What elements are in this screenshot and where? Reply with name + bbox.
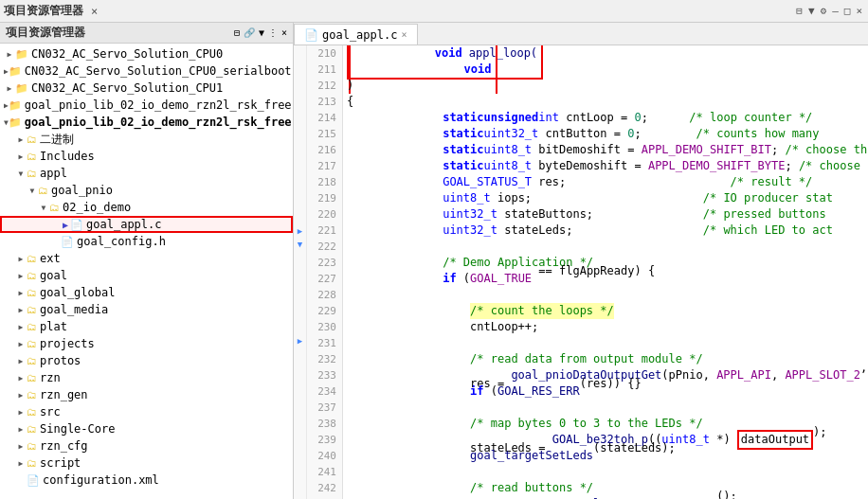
gutter-230 <box>294 279 306 294</box>
gutter-215 <box>294 115 306 129</box>
settings-icon[interactable]: ⚙ <box>821 5 827 17</box>
c-file-icon: 📄 <box>70 219 83 231</box>
tree-container[interactable]: 📁 CN032_AC_Servo_Solution_CPU0 📁 CN032_A… <box>0 44 293 499</box>
gutter-231 <box>294 293 306 307</box>
gutter-233 <box>294 320 306 334</box>
gutter-219 <box>294 169 306 184</box>
code-tab-goal-appl[interactable]: 📄 goal_appl.c × <box>294 24 418 45</box>
tree-item-cpu0-serial[interactable]: 📁 CN032_AC_Servo_Solution_CPU0_serialboo… <box>0 62 293 80</box>
tree-item-projects[interactable]: 🗂 projects <box>0 335 293 352</box>
tree-item-protos[interactable]: 🗂 protos <box>0 352 293 369</box>
folder-icon: 🗂 <box>27 304 37 316</box>
expand-arrow <box>15 391 27 400</box>
expand-arrow <box>15 152 27 161</box>
maximize-icon[interactable]: □ <box>844 5 851 17</box>
expand-arrow <box>15 340 27 348</box>
gutter-240 <box>294 389 306 403</box>
gutter-223: ▶ <box>294 224 306 239</box>
collapse-all-icon[interactable]: ⊟ <box>796 5 803 17</box>
gutter-246 <box>294 472 306 486</box>
expand-arrow <box>15 442 27 451</box>
tree-item-io-demo[interactable]: 🗂 02_io_demo <box>0 199 293 216</box>
tree-item-goal-config-h[interactable]: 📄 goal_config.h <box>0 233 293 250</box>
gutter-232 <box>294 307 306 321</box>
tree-item-rzn-gen[interactable]: 🗂 rzn_gen <box>0 386 293 403</box>
tree-item-goal-pnio[interactable]: 🗂 goal_pnio <box>0 182 293 199</box>
tree-label: rzn_cfg <box>40 439 88 453</box>
folder-icon: 🗂 <box>27 372 37 384</box>
toolbar-close[interactable]: × <box>91 5 98 18</box>
line-numbers: 210 211 212 213 214 215 216 217 218 219 … <box>307 45 343 499</box>
code-line-221: uint32_t stateLeds; /* which LED to act <box>347 223 864 239</box>
gutter-210 <box>294 45 306 60</box>
folder-icon: 🗂 <box>27 168 37 180</box>
gutter-218 <box>294 155 306 169</box>
tree-item-cpu1[interactable]: 📁 CN032_AC_Servo_Solution_CPU1 <box>0 80 293 97</box>
tree-item-plat[interactable]: 🗂 plat <box>0 318 293 335</box>
tree-item-pnio-freer[interactable]: 📁 goal_pnio_lib_02_io_demo_rzn2l_rsk_fre… <box>0 97 293 114</box>
tab-close-icon[interactable]: × <box>401 29 407 40</box>
tree-label: 二进制 <box>40 132 74 148</box>
folder-icon: 🗂 <box>27 355 37 367</box>
filter-icon[interactable]: ▼ <box>808 5 815 17</box>
folder-icon: 🗂 <box>27 440 37 453</box>
gutter-214 <box>294 100 306 115</box>
tree-item-goal-media[interactable]: 🗂 goal_media <box>0 301 293 318</box>
more-icon[interactable]: ⋮ <box>268 27 278 38</box>
project-icon: 📁 <box>15 48 28 61</box>
gutter-247 <box>294 486 306 500</box>
tree-item-binary[interactable]: 🗂 二进制 <box>0 131 293 148</box>
tree-label: plat <box>40 320 67 333</box>
close2-icon[interactable]: × <box>281 27 287 38</box>
gutter-227: ▼ <box>294 238 306 252</box>
expand-arrow <box>15 306 27 314</box>
tree-item-includes[interactable]: 🗂 Includes <box>0 148 293 165</box>
tree-label: goal_pnio_lib_02_io_demo_rzn2l_rsk_free <box>25 116 292 129</box>
tree-item-rzn[interactable]: 🗂 rzn <box>0 369 293 386</box>
expand-arrow <box>4 84 15 93</box>
code-line-227: if (GOAL_TRUE == flgAppReady) { <box>347 271 864 287</box>
tree-label: configuration.xml <box>43 473 159 487</box>
project-icon: 📁 <box>9 116 22 129</box>
tree-item-cpu0[interactable]: 📁 CN032_AC_Servo_Solution_CPU0 <box>0 45 293 62</box>
tree-label: CN032_AC_Servo_Solution_CPU0_serialboot <box>25 64 292 78</box>
tree-item-goal[interactable]: 🗂 goal <box>0 267 293 284</box>
panel-title-icons: ⊟ 🔗 ▼ ⋮ × <box>234 27 287 38</box>
tree-label: script <box>40 456 81 470</box>
collapse-icon[interactable]: ⊟ <box>234 27 240 38</box>
code-line-234: if (GOAL_RES_ERR(res)) {} <box>347 383 864 400</box>
tree-label: goal <box>40 269 67 282</box>
panel-close-icon[interactable]: × <box>856 5 862 17</box>
link-icon[interactable]: 🔗 <box>244 27 255 38</box>
tree-label: goal_global <box>40 286 115 299</box>
tree-item-src[interactable]: 🗂 src <box>0 403 293 420</box>
expand-arrow <box>15 374 27 383</box>
folder-icon: 🗂 <box>27 287 37 299</box>
code-content[interactable]: void appl_loop( void ) { static unsigned… <box>343 45 868 499</box>
tree-item-single-core[interactable]: 🗂 Single-Core <box>0 420 293 437</box>
tree-label: Includes <box>40 150 95 163</box>
gutter-242 <box>294 417 306 431</box>
filter2-icon[interactable]: ▼ <box>259 27 264 38</box>
keyword-void2: void <box>464 62 492 76</box>
gutter-243 <box>294 430 306 444</box>
main-area: 项目资源管理器 ⊟ 🔗 ▼ ⋮ × 📁 CN032_AC_Servo_Solut… <box>0 23 868 499</box>
tree-label: rzn_gen <box>40 388 88 401</box>
tree-item-rzn-cfg[interactable]: 🗂 rzn_cfg <box>0 437 293 454</box>
tree-item-script[interactable]: 🗂 script <box>0 454 293 472</box>
tree-label: appl <box>40 167 67 180</box>
tree-item-config-xml[interactable]: 📄 configuration.xml <box>0 472 293 489</box>
tree-item-goal-appl-c[interactable]: ▶ 📄 goal_appl.c <box>0 216 293 233</box>
gutter-241 <box>294 402 306 417</box>
tree-item-pnio-free[interactable]: 📁 goal_pnio_lib_02_io_demo_rzn2l_rsk_fre… <box>0 114 293 131</box>
tree-item-ext[interactable]: 🗂 ext <box>0 250 293 267</box>
folder-icon: 🗂 <box>38 185 48 197</box>
folder-icon: 🗂 <box>49 202 60 214</box>
tree-label: ext <box>40 252 61 265</box>
tree-label: 02_io_demo <box>63 201 131 214</box>
folder-icon: 🗂 <box>27 151 37 163</box>
tree-item-appl[interactable]: 🗂 appl <box>0 165 293 182</box>
tree-item-goal-global[interactable]: 🗂 goal_global <box>0 284 293 301</box>
minimize-icon[interactable]: — <box>832 5 839 17</box>
tree-label: Single-Core <box>40 422 115 436</box>
